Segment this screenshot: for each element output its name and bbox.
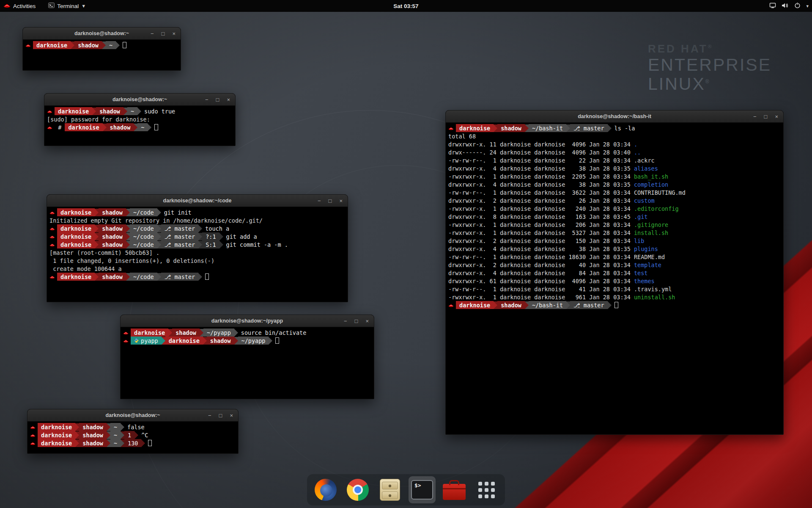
window-titlebar[interactable]: darknoise@shadow:~ − □ × [27,409,238,422]
prompt-segment-path: ~/code [130,273,157,281]
output-text: -rw-rw-r--. 1 darknoise darknoise 3622 J… [448,189,634,196]
prompt-segment-branch: ⎇ master [161,240,198,248]
window-controls: − □ × [205,94,230,105]
terminal-content[interactable]: darknoiseshadow~/codegit initInitialized… [47,207,348,302]
prompt-segment-exit: 130 [124,439,141,447]
close-button[interactable]: × [172,31,176,36]
dock-item-files[interactable] [376,476,403,503]
minimize-button[interactable]: − [208,413,211,418]
rhel-branding: RED HAT® ENTERPRISE LINUX® [648,42,771,94]
terminal-cursor [148,440,152,446]
close-button[interactable]: × [227,97,230,102]
brand-line-1: RED HAT® [648,42,771,55]
powerline-separator [126,209,130,216]
close-button[interactable]: × [775,114,778,119]
system-status-area[interactable]: ▾ [769,0,809,12]
window-title: darknoise@shadow:~/pyapp [121,315,374,327]
maximize-button[interactable]: □ [329,198,332,204]
minimize-button[interactable]: − [205,97,208,102]
maximize-button[interactable]: □ [764,114,768,119]
powerline-separator [107,423,110,431]
prompt-segment-path: ~ [110,431,121,439]
prompt-segment-user: darknoise [57,273,95,281]
prompt-segment-path: ~/bash-it [529,301,566,309]
display-icon [769,3,776,10]
maximize-button[interactable]: □ [355,318,358,324]
dock-item-toolbox[interactable] [441,476,468,503]
terminal-content[interactable]: darknoiseshadow~/bash-it⎇ masterls -lato… [446,123,783,434]
prompt-segment-branch: ⎇ master [161,232,198,240]
close-button[interactable]: × [365,318,369,324]
terminal-content[interactable]: darknoiseshadow~falsedarknoiseshadow~1^C… [27,422,238,453]
minimize-button[interactable]: − [753,114,757,119]
terminal-line: total 68 [448,132,781,140]
minimize-button[interactable]: − [344,318,347,324]
terminal-line: -rw-rw-r--. 1 darknoise darknoise 41 Jan… [448,285,781,293]
maximize-button[interactable]: □ [219,413,222,418]
powerline-separator [494,301,497,309]
clock[interactable]: Sat 03:57 [0,3,812,9]
prompt-segment-host: shadow [99,240,126,248]
terminal-line: -rw-rw-r--. 1 darknoise darknoise 18630 … [448,253,781,261]
terminal-content[interactable]: darknoiseshadow~ [23,40,181,70]
grid-dot [478,482,482,486]
window-titlebar[interactable]: darknoise@shadow:~ − □ × [44,94,235,106]
window-titlebar[interactable]: darknoise@shadow:~/bash-it − □ × [446,110,783,123]
powerline-separator [116,41,120,49]
powerline-separator [107,439,110,447]
grid-dot [491,494,495,498]
toolbox-icon [443,484,466,500]
directory-name: .. [634,149,641,156]
powerline-separator [157,241,161,248]
terminal-line: Initialized empty Git repository in /hom… [49,216,345,224]
output-text: -rw-rw-r--. 1 darknoise darknoise 41 Jan… [448,286,634,293]
terminal-icon: $> [411,480,433,500]
window-titlebar[interactable]: darknoise@shadow:~/code − □ × [47,195,348,207]
maximize-button[interactable]: □ [162,31,165,36]
terminal-line: -rwxrwxr-x. 1 darknoise darknoise 206 Ja… [448,221,781,229]
directory-name: themes [634,278,655,284]
prompt-segment-user: darknoise [33,41,71,49]
terminal-content[interactable]: darknoiseshadow~sudo true[sudo] password… [44,106,235,146]
prompt-segment-path: ~/code [130,208,157,216]
maximize-button[interactable]: □ [216,97,219,102]
terminal-line: drwxrwxr-x. 2 darknoise darknoise 150 Ja… [448,237,781,245]
window-controls: − □ × [344,315,369,327]
close-button[interactable]: × [230,413,233,418]
dock-item-show-applications[interactable] [473,476,500,503]
output-text: -rwxrwxr-x. 1 darknoise darknoise 206 Ja… [448,221,634,228]
dock-item-terminal[interactable]: $> [409,476,436,503]
prompt-segment-branch: ⎇ master [161,224,198,232]
redhat-prompt-icon [123,331,129,335]
grid-dot [491,482,495,486]
powerline-separator [107,431,110,439]
powerline-separator [121,423,124,431]
prompt-segment-user: darknoise [57,240,95,248]
chrome-icon [347,479,369,501]
output-text: total 68 [448,133,476,140]
powerline-separator [157,225,161,232]
close-button[interactable]: × [339,198,343,204]
command-text: git commit -a -m . [226,241,288,248]
terminal-line: darknoiseshadow~130 [30,439,236,447]
prompt-segment-host: shadow [96,107,123,115]
terminal-content[interactable]: darknoiseshadow~/pyappsource bin/activat… [121,327,374,399]
redhat-prompt-icon [25,43,31,47]
prompt-segment-path: ~ [106,41,116,49]
window-titlebar[interactable]: darknoise@shadow:~ − □ × [23,28,181,40]
directory-name: . [634,141,637,148]
prompt-segment-user: darknoise [38,431,75,439]
powerline-separator [162,337,165,345]
window-titlebar[interactable]: darknoise@shadow:~/pyapp − □ × [121,315,374,327]
brand-line-3: LINUX® [648,75,771,94]
output-text: create mode 100644 a [49,265,122,272]
prompt-segment-user: darknoise [65,123,102,131]
minimize-button[interactable]: − [151,31,154,36]
powerline-separator [494,124,497,132]
command-text: sudo true [144,108,175,115]
dock-item-chrome[interactable] [344,476,371,503]
terminal-line: pyappdarknoiseshadow~/pyapp [123,337,371,345]
redhat-prompt-icon [49,210,55,215]
dock-item-firefox[interactable] [312,476,339,503]
minimize-button[interactable]: − [318,198,321,204]
